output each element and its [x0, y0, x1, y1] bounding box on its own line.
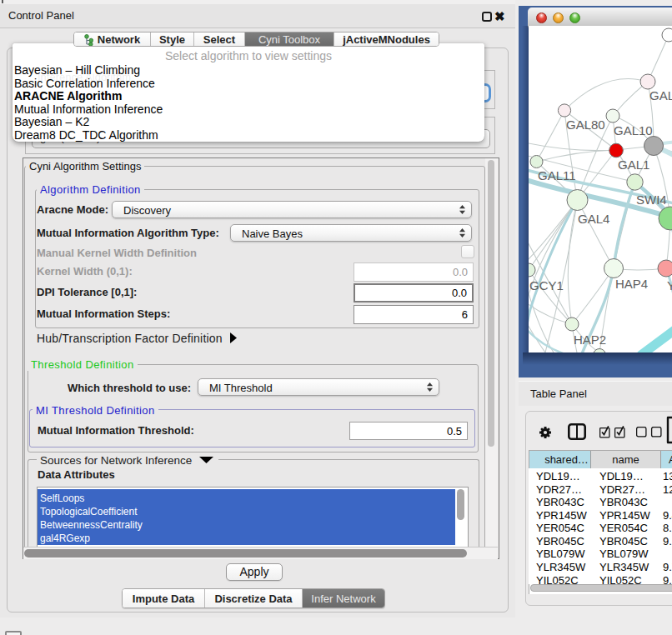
- svg-text:GAL7: GAL7: [649, 88, 672, 102]
- svg-text:GAL10: GAL10: [614, 123, 653, 138]
- svg-text:HAP2: HAP2: [574, 332, 606, 347]
- svg-text:GCY1: GCY1: [529, 278, 564, 292]
- svg-text:Y: Y: [667, 278, 672, 292]
- svg-text:SWI4: SWI4: [636, 192, 667, 207]
- svg-text:HAP4: HAP4: [615, 277, 648, 291]
- svg-text:GAL11: GAL11: [538, 168, 576, 182]
- svg-text:GAL80: GAL80: [566, 118, 605, 132]
- svg-text:GAL4: GAL4: [578, 212, 609, 226]
- svg-text:GAL1: GAL1: [618, 158, 649, 172]
